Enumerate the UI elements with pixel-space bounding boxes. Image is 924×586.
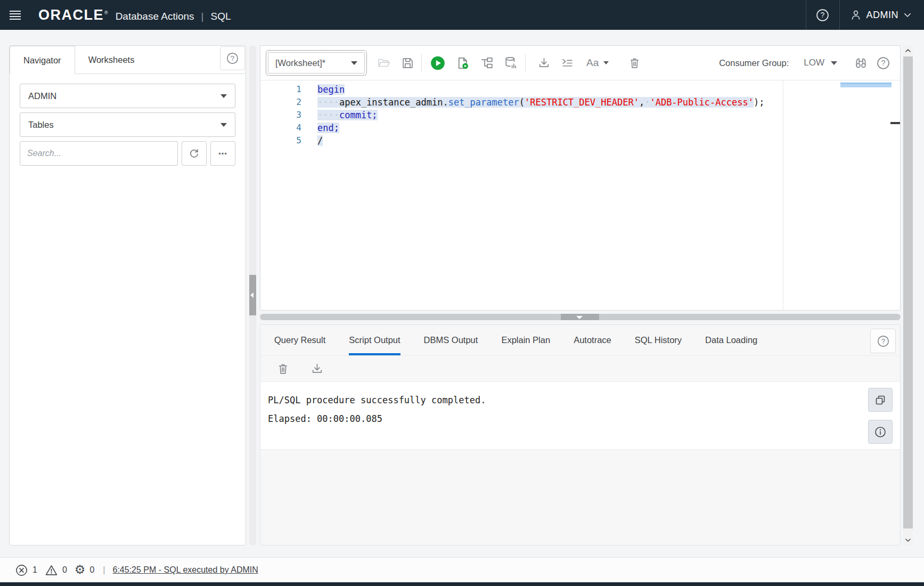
user-menu[interactable]: ADMIN [840,0,924,30]
results-tab-autotrace[interactable]: Autotrace [574,325,611,355]
page-scrollbar[interactable] [903,45,913,546]
status-divider: | [103,565,105,575]
text-size-label: Aa [586,57,599,69]
chevron-down-icon [904,536,912,544]
chevron-down-icon [903,10,912,20]
editor-lines: 1begin2····apex_instance_admin.set_param… [260,80,900,147]
run-play-icon [430,55,445,71]
errors-indicator[interactable]: 1 [15,564,37,577]
format-code-button[interactable] [560,54,575,71]
explain-plan-button[interactable] [479,54,494,71]
code-line[interactable]: 2····apex_instance_admin.set_parameter('… [260,96,900,109]
line-number: 3 [260,109,308,121]
warning-triangle-icon [45,564,58,577]
toolbar-divider [525,54,526,72]
sidebar-tab-worksheets[interactable]: Worksheets [75,46,148,74]
scroll-up-button[interactable] [903,45,913,56]
output-elapsed: Elapsed: 00:00:00.085 [268,413,900,424]
open-file-button[interactable] [377,54,391,71]
code-line[interactable]: 3····commit; [260,109,900,121]
user-icon [849,9,862,21]
results-tab-sql-history[interactable]: SQL History [635,325,682,355]
worksheet-help-button[interactable]: ? [876,54,890,71]
help-icon: ? [877,335,890,348]
autotrace-button[interactable] [504,54,519,71]
run-script-button[interactable] [455,54,470,71]
horizontal-splitter[interactable] [260,314,901,320]
warnings-indicator[interactable]: 0 [45,564,67,577]
sidebar-help-button[interactable]: ? [220,46,245,70]
clear-editor-button[interactable] [627,54,642,71]
scrollbar-thumb[interactable] [903,56,913,528]
run-script-icon [455,56,470,70]
results-tab-bar: Query ResultScript OutputDBMS OutputExpl… [260,325,900,356]
svg-text:?: ? [881,337,885,345]
results-tab-query-result[interactable]: Query Result [274,325,325,355]
run-statement-button[interactable] [430,54,445,71]
autotrace-icon [504,56,518,70]
copy-output-button[interactable] [868,388,893,412]
results-tab-dbms-output[interactable]: DBMS Output [424,325,478,355]
vertical-splitter-handle[interactable] [249,275,256,315]
horizontal-splitter-handle[interactable] [561,314,599,320]
download-output-button[interactable] [309,360,324,377]
consumer-group-label: Consumer Group: [719,58,789,68]
results-panel: Query ResultScript OutputDBMS OutputExpl… [260,324,901,546]
last-execution-link[interactable]: 6:45:25 PM - SQL executed by ADMIN [113,565,258,575]
sql-editor[interactable]: 1begin2····apex_instance_admin.set_param… [260,80,900,310]
clear-output-button[interactable] [275,360,290,377]
schema-select-value: ADMIN [28,91,56,101]
save-button[interactable] [400,54,415,71]
search-input[interactable] [20,141,178,166]
collapse-left-icon [250,292,254,298]
line-number: 2 [260,96,308,109]
download-editor-button[interactable] [536,54,551,71]
copy-icon [874,394,887,406]
open-folder-icon [377,56,391,70]
worksheet-toolbar: [Worksheet]* [260,46,900,80]
results-tab-explain-plan[interactable]: Explain Plan [501,325,550,355]
error-circle-icon [15,564,28,577]
output-info-button[interactable] [868,420,893,444]
output-message: PL/SQL procedure successfully completed. [268,395,900,405]
schema-select[interactable]: ADMIN [20,84,235,108]
code-line[interactable]: 5/ [260,134,900,147]
results-tab-data-loading[interactable]: Data Loading [705,325,757,355]
vertical-splitter[interactable] [249,45,256,546]
hamburger-menu-icon[interactable] [0,0,30,30]
text-size-dropdown[interactable]: Aa [586,57,609,69]
object-type-select[interactable]: Tables [20,112,235,137]
sidebar-tab-navigator[interactable]: Navigator [10,46,75,74]
script-output-toolbar [260,356,900,381]
help-icon: ? [226,52,239,65]
toolbar-divider [421,54,422,72]
refresh-button[interactable] [182,141,207,166]
find-button[interactable] [853,54,868,71]
results-help-button[interactable]: ? [870,329,896,353]
explain-plan-icon [480,56,494,70]
gear-icon: ⚙ [75,564,86,576]
trash-icon [628,56,641,70]
more-actions-button[interactable]: ••• [210,141,235,166]
results-tab-script-output[interactable]: Script Output [349,325,400,355]
line-number: 5 [260,134,308,147]
consumer-group-dropdown[interactable]: LOW [804,58,837,68]
help-icon: ? [815,8,830,22]
svg-text:?: ? [231,54,235,62]
code-line[interactable]: 1begin [260,83,900,96]
object-type-select-value: Tables [28,120,54,130]
scroll-down-button[interactable] [903,535,913,546]
trash-icon [276,362,290,376]
header-help-button[interactable]: ? [806,0,839,30]
processes-indicator[interactable]: ⚙ 0 [75,564,95,576]
code-line[interactable]: 4end; [260,121,900,134]
warnings-count: 0 [62,565,67,575]
worksheet-selector-dropdown[interactable]: [Worksheet]* [268,52,365,74]
navigator-panel: NavigatorWorksheets ? ADMIN Tables [9,45,246,546]
binoculars-icon [854,56,868,70]
chevron-up-icon [904,47,912,54]
status-bar: 1 0 ⚙ 0 | 6:45:25 PM - SQL executed by A… [0,557,924,582]
line-number: 4 [260,121,308,134]
download-icon [310,362,324,376]
dropdown-arrow-icon [220,123,227,127]
